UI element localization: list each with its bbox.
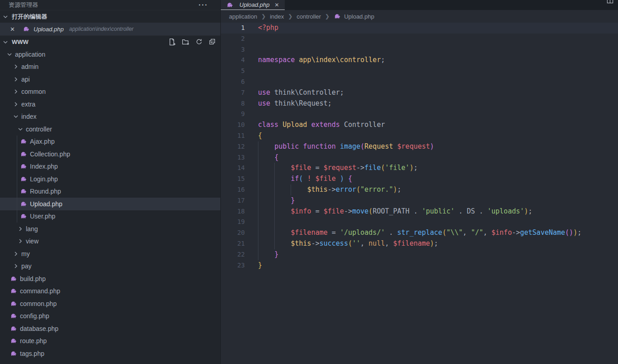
open-editors-section-header[interactable]: 打开的编辑器 — [0, 10, 220, 23]
tree-item-common-php[interactable]: common.php — [0, 297, 220, 310]
tree-item-command-php[interactable]: command.php — [0, 285, 220, 298]
open-editor-item[interactable]: ✕Upload.phpapplication\index\controller — [0, 23, 220, 35]
chevron-right-icon[interactable] — [12, 76, 19, 83]
chevron-right-icon[interactable] — [12, 250, 19, 257]
code-line-9[interactable]: 9 — [221, 109, 618, 120]
chevron-right-icon[interactable] — [12, 63, 19, 70]
chevron-down-icon[interactable] — [2, 13, 9, 20]
chevron-right-icon[interactable] — [12, 262, 19, 270]
code-line-content: public function image(Request $request) — [245, 141, 434, 152]
code-editor[interactable]: 1<?php234namespace app\index\controller;… — [221, 23, 618, 271]
code-line-content: <?php — [245, 23, 278, 34]
tree-item-application[interactable]: application — [0, 48, 220, 61]
breadcrumb: application❯index❯controller❯Upload.php — [221, 10, 618, 23]
tree-item-lang[interactable]: lang — [0, 223, 220, 235]
split-editor-icon[interactable] — [607, 0, 613, 4]
code-line-17[interactable]: 17 } — [221, 195, 618, 206]
code-line-1[interactable]: 1<?php — [221, 23, 618, 34]
tree-item-api[interactable]: api — [0, 73, 220, 86]
chevron-right-icon[interactable] — [12, 88, 19, 95]
code-line-15[interactable]: 15 if( ! $file ) { — [221, 174, 618, 184]
code-line-14[interactable]: 14 $file = $request->file('file'); — [221, 163, 618, 174]
chevron-right-icon[interactable] — [17, 225, 24, 233]
code-line-content — [245, 66, 258, 77]
tree-item-user-php[interactable]: User.php — [0, 210, 220, 223]
close-icon[interactable]: ✕ — [10, 26, 18, 33]
tree-item-tags-php[interactable]: tags.php — [0, 347, 220, 360]
tree-item-label: Upload.php — [30, 200, 63, 208]
code-line-21[interactable]: 21 $this->success('', null, $filename); — [221, 238, 618, 249]
code-line-3[interactable]: 3 — [221, 44, 618, 55]
tree-item-common[interactable]: common — [0, 86, 220, 98]
tree-item-database-php[interactable]: database.php — [0, 322, 220, 335]
collapse-all-icon[interactable] — [209, 38, 216, 46]
open-editors-list: ✕Upload.phpapplication\index\controller — [0, 23, 220, 35]
chevron-down-icon[interactable] — [2, 39, 9, 46]
code-line-19[interactable]: 19 — [221, 217, 618, 228]
line-number: 4 — [221, 55, 245, 66]
code-line-13[interactable]: 13 { — [221, 152, 618, 163]
chevron-down-icon[interactable] — [12, 113, 19, 120]
code-line-4[interactable]: 4namespace app\index\controller; — [221, 55, 618, 66]
tree-item-admin[interactable]: admin — [0, 61, 220, 73]
php-file-icon — [20, 138, 27, 145]
code-line-7[interactable]: 7use think\Controller; — [221, 87, 618, 98]
breadcrumb-separator-icon: ❯ — [261, 13, 266, 19]
line-number: 16 — [221, 184, 245, 195]
tree-item-ajax-php[interactable]: Ajax.php — [0, 136, 220, 148]
new-file-icon[interactable] — [168, 38, 176, 46]
tree-item-label: build.php — [20, 275, 46, 282]
indent-guide — [258, 141, 258, 260]
breadcrumb-item-upload-php[interactable]: Upload.php — [334, 13, 375, 20]
tree-item-collection-php[interactable]: Collection.php — [0, 148, 220, 160]
tree-item-label: lang — [26, 225, 38, 233]
chevron-down-icon[interactable] — [17, 126, 24, 133]
code-line-12[interactable]: 12 public function image(Request $reques… — [221, 141, 618, 152]
tree-item-route-php[interactable]: route.php — [0, 335, 220, 348]
code-line-2[interactable]: 2 — [221, 34, 618, 44]
code-line-16[interactable]: 16 $this->error("error."); — [221, 184, 618, 195]
line-number: 19 — [221, 217, 245, 228]
breadcrumb-item-controller[interactable]: controller — [297, 13, 321, 20]
tree-item-round-php[interactable]: Round.php — [0, 185, 220, 198]
code-line-22[interactable]: 22 } — [221, 249, 618, 260]
tree-item-label: common — [21, 88, 46, 95]
tab-upload-php[interactable]: Upload.php ✕ — [221, 0, 285, 10]
tree-item-view[interactable]: view — [0, 235, 220, 248]
code-line-8[interactable]: 8use think\Request; — [221, 98, 618, 109]
chevron-down-icon[interactable] — [6, 51, 13, 58]
tree-item-build-php[interactable]: build.php — [0, 272, 220, 285]
tree-item-my[interactable]: my — [0, 248, 220, 260]
tree-item-controller[interactable]: controller — [0, 123, 220, 136]
breadcrumb-item-index[interactable]: index — [270, 13, 284, 20]
tree-item-label: my — [21, 250, 30, 257]
file-tree: applicationadminapicommonextraindexcontr… — [0, 48, 220, 360]
code-line-10[interactable]: 10class Upload extends Controller — [221, 120, 618, 131]
code-line-content: } — [245, 249, 278, 260]
code-line-18[interactable]: 18 $info = $file->move(ROOT_PATH . 'publ… — [221, 206, 618, 217]
code-line-11[interactable]: 11{ — [221, 131, 618, 141]
tree-item-index-php[interactable]: Index.php — [0, 160, 220, 173]
close-icon[interactable]: ✕ — [275, 2, 279, 8]
more-actions-icon[interactable]: ··· — [199, 3, 208, 7]
chevron-right-icon[interactable] — [12, 101, 19, 108]
php-file-icon — [10, 325, 17, 332]
tree-item-index[interactable]: index — [0, 111, 220, 123]
refresh-icon[interactable] — [195, 38, 203, 46]
code-line-23[interactable]: 23} — [221, 260, 618, 271]
new-folder-icon[interactable] — [182, 38, 190, 46]
code-line-6[interactable]: 6 — [221, 77, 618, 87]
indent-guide — [274, 163, 275, 249]
tree-item-upload-php[interactable]: Upload.php — [0, 198, 220, 210]
code-line-20[interactable]: 20 $filename = '/uploads/' . str_replace… — [221, 228, 618, 238]
code-line-5[interactable]: 5 — [221, 66, 618, 77]
tree-item-pay[interactable]: pay — [0, 260, 220, 273]
tree-item-extra[interactable]: extra — [0, 98, 220, 111]
workspace-section-header[interactable]: WWW — [0, 35, 220, 48]
explorer-title: 资源管理器 — [9, 1, 38, 9]
breadcrumb-item-application[interactable]: application — [229, 13, 257, 20]
tree-item-config-php[interactable]: config.php — [0, 310, 220, 323]
tree-item-login-php[interactable]: Login.php — [0, 173, 220, 185]
chevron-right-icon[interactable] — [17, 238, 24, 245]
php-file-icon — [10, 312, 17, 320]
